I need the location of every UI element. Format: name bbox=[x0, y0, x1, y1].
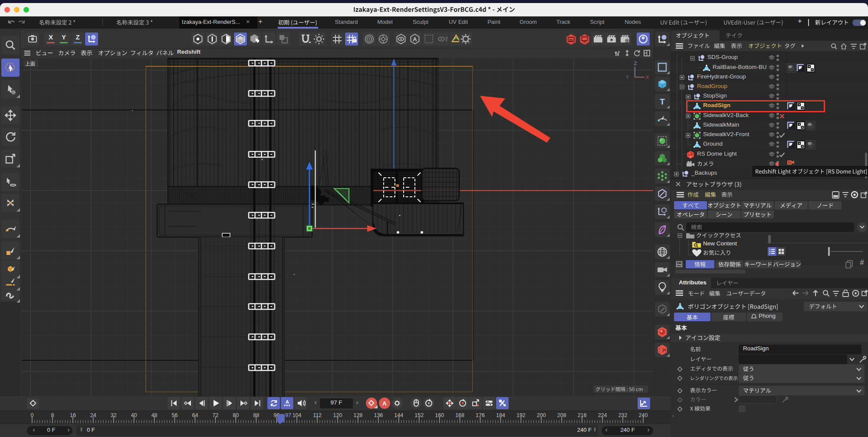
svg-text:24: 24 bbox=[90, 412, 96, 418]
svg-text:48: 48 bbox=[151, 412, 158, 418]
svg-text:112: 112 bbox=[313, 412, 322, 418]
svg-text:184: 184 bbox=[496, 412, 505, 418]
svg-text:208: 208 bbox=[557, 412, 566, 418]
svg-text:40: 40 bbox=[131, 412, 137, 418]
svg-text:64: 64 bbox=[192, 412, 198, 418]
svg-text:240: 240 bbox=[639, 412, 648, 418]
svg-text:8: 8 bbox=[51, 412, 54, 418]
svg-text:128: 128 bbox=[353, 412, 362, 418]
svg-text:97: 97 bbox=[285, 412, 291, 418]
svg-text:168: 168 bbox=[455, 412, 464, 418]
svg-text:72: 72 bbox=[212, 412, 218, 418]
svg-text:120: 120 bbox=[333, 412, 342, 418]
svg-text:80: 80 bbox=[233, 412, 239, 418]
svg-text:0: 0 bbox=[31, 412, 34, 418]
svg-text:56: 56 bbox=[172, 412, 178, 418]
svg-text:16: 16 bbox=[70, 412, 76, 418]
svg-text:32: 32 bbox=[111, 412, 117, 418]
svg-text:224: 224 bbox=[598, 412, 607, 418]
svg-text:88: 88 bbox=[253, 412, 259, 418]
svg-text:216: 216 bbox=[578, 412, 587, 418]
svg-text:144: 144 bbox=[394, 412, 403, 418]
svg-text:136: 136 bbox=[374, 412, 383, 418]
svg-text:104: 104 bbox=[293, 412, 302, 418]
svg-text:232: 232 bbox=[618, 412, 628, 418]
svg-text:200: 200 bbox=[537, 412, 546, 418]
svg-text:176: 176 bbox=[476, 412, 485, 418]
svg-text:160: 160 bbox=[435, 412, 444, 418]
svg-text:152: 152 bbox=[414, 412, 424, 418]
svg-text:192: 192 bbox=[516, 412, 526, 418]
